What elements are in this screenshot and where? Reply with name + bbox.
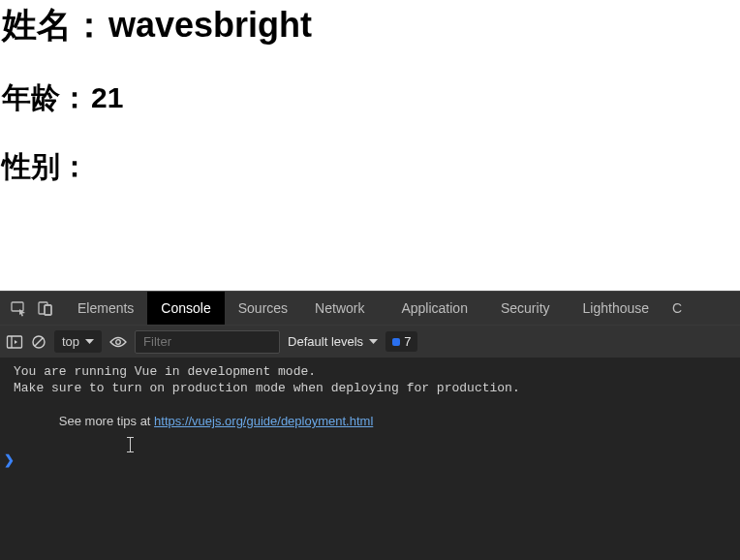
svg-rect-2: [45, 305, 51, 315]
devtools-tabbar: Elements Console Sources Network Applica…: [0, 292, 740, 325]
console-text: See more tips at: [59, 414, 154, 428]
svg-point-8: [116, 339, 121, 344]
console-message-line: You are running Vue in development mode.: [0, 363, 740, 380]
page-body: 姓名： wavesbright 年龄： 21 性别：: [0, 2, 740, 187]
name-label: 姓名：: [2, 2, 107, 49]
devtools-panel: Elements Console Sources Network Applica…: [0, 291, 740, 560]
prompt-caret-icon: ❯: [4, 452, 15, 467]
console-link[interactable]: https://vuejs.org/guide/deployment.html: [154, 414, 373, 428]
svg-line-7: [35, 338, 43, 346]
log-levels-label: Default levels: [288, 334, 363, 349]
execution-context-selector[interactable]: top: [54, 330, 102, 353]
issues-count: 7: [404, 334, 411, 349]
inspect-element-icon[interactable]: [10, 299, 27, 317]
console-toolbar: top Default levels 7: [0, 325, 740, 358]
log-levels-selector[interactable]: Default levels: [288, 334, 378, 349]
tab-network[interactable]: Network: [301, 292, 378, 325]
console-message-line: See more tips at https://vuejs.org/guide…: [0, 396, 740, 447]
console-output: You are running Vue in development mode.…: [0, 358, 740, 560]
device-toolbar-icon[interactable]: [37, 299, 54, 317]
gender-row: 性别：: [2, 147, 740, 187]
chevron-down-icon: [85, 339, 94, 345]
tab-elements[interactable]: Elements: [64, 292, 147, 325]
age-label: 年龄：: [2, 78, 89, 118]
name-row: 姓名： wavesbright: [2, 2, 740, 49]
issues-badge[interactable]: 7: [385, 331, 417, 352]
filter-input[interactable]: [135, 330, 280, 354]
issues-dot-icon: [392, 338, 400, 346]
age-value: 21: [91, 81, 123, 114]
chevron-down-icon: [369, 339, 378, 345]
console-sidebar-toggle-icon[interactable]: [6, 334, 23, 350]
execution-context-label: top: [62, 334, 79, 349]
tab-security[interactable]: Security: [491, 292, 560, 325]
svg-rect-0: [12, 302, 23, 311]
tab-application[interactable]: Application: [391, 292, 478, 325]
console-prompt[interactable]: ❯: [0, 447, 740, 467]
live-expression-icon[interactable]: [109, 336, 127, 348]
tab-lighthouse[interactable]: Lighthouse: [573, 292, 660, 325]
console-message-line: Make sure to turn on production mode whe…: [0, 380, 740, 396]
tab-sources[interactable]: Sources: [225, 292, 301, 325]
gender-label: 性别：: [2, 147, 89, 187]
name-value: wavesbright: [108, 5, 312, 46]
tab-overflow[interactable]: C: [659, 292, 688, 325]
clear-console-icon[interactable]: [31, 334, 46, 350]
age-row: 年龄： 21: [2, 78, 740, 118]
tab-console[interactable]: Console: [147, 292, 224, 325]
